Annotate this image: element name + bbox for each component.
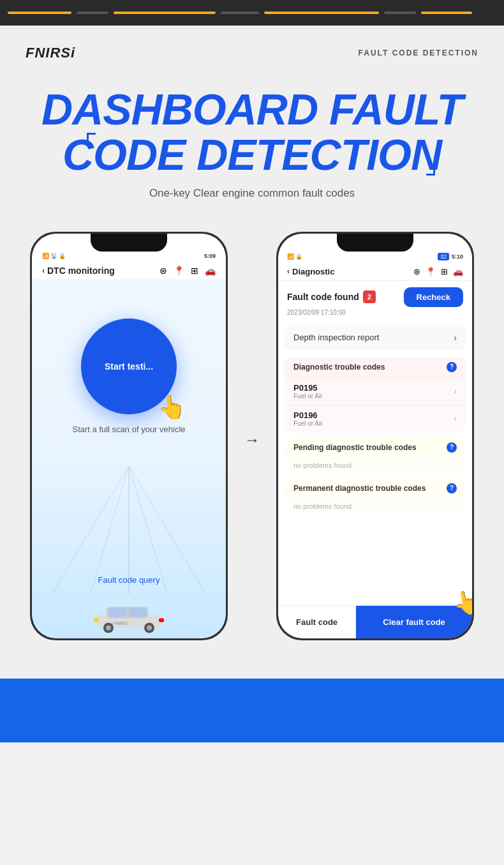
header-label: FAULT CODE DETECTION xyxy=(359,49,478,57)
code1-chevron-icon: › xyxy=(454,387,457,396)
start-label: Start a full scan of your vehicle xyxy=(72,425,185,434)
phones-container: 📶 📡 🔒 5:09 ‹ DTC monitoring ⊛ xyxy=(26,206,478,640)
phone2-nav-icons: ⊛ 📍 ⊞ 🚗 xyxy=(413,267,463,276)
phone1-nav-title: DTC monitoring xyxy=(47,266,115,276)
code2-chevron-icon: › xyxy=(454,414,457,423)
phone2: 📶 🔒 32 5:10 ‹ Diagnostic xyxy=(276,232,474,640)
diag-section: Diagnostic trouble codes ? P0195 Fuel or… xyxy=(285,357,466,432)
code2-name: P0196 xyxy=(293,410,323,420)
scroll-seg xyxy=(264,11,379,14)
car-illustration: FNIRSI xyxy=(91,598,167,638)
phone1-nav-icons: ⊛ 📍 ⊞ 🚗 xyxy=(159,266,216,276)
svg-line-0 xyxy=(52,466,129,594)
phone1-notch xyxy=(91,234,167,252)
p2-status-left: 📶 🔒 xyxy=(287,253,302,260)
scroll-seg xyxy=(421,11,472,14)
bracket-br xyxy=(426,167,435,176)
device-icon: ⊞ xyxy=(191,266,198,276)
code2-sub: Fuel or Air xyxy=(293,420,323,427)
hero-section: DASHBOARD FAULT CODE DETECTION One-key C… xyxy=(26,74,478,206)
permanent-help-icon[interactable]: ? xyxy=(447,483,457,493)
fault-header: Fault code found 2 Recheck 2023/02/09 17… xyxy=(278,281,472,321)
car-nav-icon: 🚗 xyxy=(205,266,216,276)
pending-section: Pending diagnostic trouble codes ? no pr… xyxy=(285,437,466,473)
phone1-nav-left: ‹ DTC monitoring xyxy=(42,266,115,276)
hero-title-line1: DASHBOARD FAULT xyxy=(26,87,478,132)
permanent-title: Permanent diagnostic trouble codes xyxy=(293,484,426,493)
pending-title: Pending diagnostic trouble codes xyxy=(293,443,417,452)
depth-inspection-row[interactable]: Depth inspection report › xyxy=(285,325,466,350)
p2-back-arrow-icon[interactable]: ‹ xyxy=(287,267,290,276)
p2-bluetooth-icon: ⊛ xyxy=(413,267,420,276)
fault-found-label: Fault code found xyxy=(287,292,359,302)
svg-rect-7 xyxy=(108,608,126,616)
location-icon: 📍 xyxy=(174,266,184,276)
code1-sub: Fuel or Air xyxy=(293,393,323,400)
scroll-seg xyxy=(221,11,259,14)
diag-header: Diagnostic trouble codes ? xyxy=(285,357,466,377)
permanent-header: Permanent diagnostic trouble codes ? xyxy=(285,478,466,499)
header: FNIRSi FAULT CODE DETECTION xyxy=(26,38,478,74)
p2-device-icon: ⊞ xyxy=(441,267,448,276)
p2-status-right: 32 5:10 xyxy=(438,253,463,260)
fault-code-button[interactable]: Fault code xyxy=(278,606,356,638)
bottom-blue-section xyxy=(0,679,504,742)
phone2-bottom-bar: Fault code Clear fault code xyxy=(278,605,472,638)
phone1-time: 5:09 xyxy=(204,253,216,259)
svg-point-10 xyxy=(106,625,111,630)
start-button-label: Start testi... xyxy=(105,361,153,372)
hero-subtitle: One-key Clear engine common fault codes xyxy=(26,187,478,200)
scroll-seg xyxy=(77,11,108,14)
pending-help-icon[interactable]: ? xyxy=(447,442,457,453)
fault-found-text: Fault code found 2 xyxy=(287,290,376,303)
phone2-notch xyxy=(337,234,413,252)
scroll-seg xyxy=(384,11,416,14)
hand-cursor-icon: 👆 xyxy=(451,587,474,618)
hero-title: DASHBOARD FAULT CODE DETECTION xyxy=(26,87,478,178)
diag-section-title: Diagnostic trouble codes xyxy=(293,363,385,372)
permanent-section: Permanent diagnostic trouble codes ? no … xyxy=(285,478,466,514)
phone1-nav: ‹ DTC monitoring ⊛ 📍 ⊞ 🚗 xyxy=(32,262,226,280)
svg-line-1 xyxy=(91,466,129,594)
pending-header: Pending diagnostic trouble codes ? xyxy=(285,437,466,458)
code1-name: P0195 xyxy=(293,383,323,393)
status-left: 📶 📡 🔒 xyxy=(42,253,66,259)
top-bar xyxy=(0,0,504,26)
diag-help-icon[interactable]: ? xyxy=(447,362,457,372)
phone2-time: 5:10 xyxy=(452,253,463,260)
phone1-screen: 📶 📡 🔒 5:09 ‹ DTC monitoring ⊛ xyxy=(32,234,226,638)
hero-title-line2: CODE DETECTION xyxy=(26,132,478,177)
fault-found-row: Fault code found 2 Recheck xyxy=(287,287,463,307)
right-arrow-icon: → xyxy=(244,431,260,449)
pending-status: no problems found xyxy=(285,458,466,473)
bluetooth-icon: ⊛ xyxy=(159,266,167,276)
depth-chevron-icon: › xyxy=(454,333,457,343)
p2-car-icon: 🚗 xyxy=(453,267,463,276)
fault-count-badge: 2 xyxy=(363,290,376,303)
svg-text:FNIRSI: FNIRSI xyxy=(113,621,128,625)
scroll-seg xyxy=(114,11,216,14)
phone1: 📶 📡 🔒 5:09 ‹ DTC monitoring ⊛ xyxy=(30,232,228,640)
phone2-nav: ‹ Diagnostic ⊛ 📍 ⊞ 🚗 xyxy=(278,263,472,281)
svg-line-4 xyxy=(129,466,205,594)
scroll-seg xyxy=(8,11,71,14)
phone1-body: Start testi... 👆 Start a full scan of yo… xyxy=(32,280,226,638)
p2-location-icon: 📍 xyxy=(426,267,436,276)
spacer xyxy=(26,640,478,679)
phone2-nav-title: Diagnostic xyxy=(292,267,334,276)
svg-point-12 xyxy=(147,625,152,630)
battery-indicator: 32 xyxy=(438,253,449,260)
svg-rect-13 xyxy=(94,618,99,622)
svg-line-3 xyxy=(129,466,167,594)
phone2-nav-left: ‹ Diagnostic xyxy=(287,267,334,276)
arrow-container: → xyxy=(233,431,271,640)
road-lines xyxy=(32,466,226,594)
svg-rect-14 xyxy=(159,618,164,622)
recheck-button[interactable]: Recheck xyxy=(404,287,463,307)
back-arrow-icon[interactable]: ‹ xyxy=(42,266,45,275)
code-row-p0196[interactable]: P0196 Fuel or Air › xyxy=(285,405,466,432)
start-button-container: Start testi... 👆 xyxy=(81,319,177,414)
fault-date: 2023/02/09 17:10:00 xyxy=(287,309,463,316)
code-row-p0195[interactable]: P0195 Fuel or Air › xyxy=(285,377,466,405)
depth-report-label: Depth inspection report xyxy=(293,333,379,342)
